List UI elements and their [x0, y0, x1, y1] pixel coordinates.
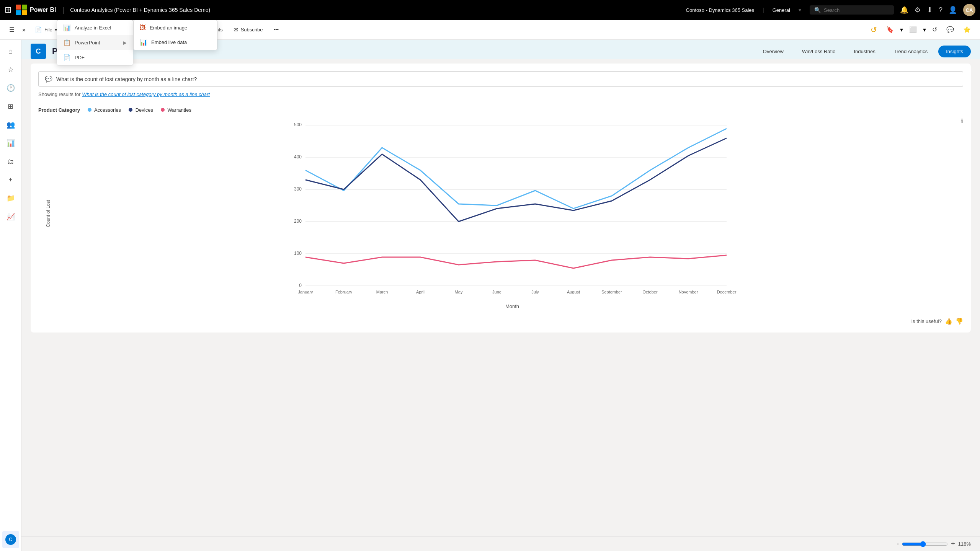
settings-icon[interactable]: ⚙: [915, 6, 921, 14]
view-chevron[interactable]: ▾: [923, 26, 926, 33]
legend-title: Product Category: [38, 107, 80, 113]
ppt-arrow: ▶: [123, 40, 127, 46]
report-tabs: Overview Win/Loss Ratio Industries Trend…: [755, 46, 971, 57]
svg-text:February: February: [335, 290, 353, 294]
thumbs-up-button[interactable]: 👍: [945, 318, 952, 325]
sidebar-item-learn[interactable]: 📊: [2, 135, 19, 152]
svg-text:100: 100: [294, 251, 302, 256]
embed-live-icon: 📊: [140, 39, 147, 46]
svg-text:December: December: [717, 290, 737, 294]
refresh-icon-btn2[interactable]: ↺: [929, 24, 940, 36]
ppt-icon: 📋: [63, 39, 71, 46]
pipeline-logo-area: C: [31, 44, 46, 59]
chart-svg: 0 100 200 300 400 500 January February M…: [61, 117, 963, 301]
workspace-name: General: [773, 7, 790, 13]
warranties-dot: [161, 108, 165, 112]
bookmark-chevron[interactable]: ▾: [900, 26, 903, 33]
download-icon[interactable]: ⬇: [927, 6, 933, 14]
qa-result-link[interactable]: What is the count of lost category by mo…: [82, 91, 210, 97]
tab-industries[interactable]: Industries: [846, 46, 883, 57]
zoom-level: 118%: [958, 541, 971, 547]
sidebar-item-shared[interactable]: 👥: [2, 116, 19, 133]
svg-text:January: January: [298, 290, 313, 294]
hamburger-button[interactable]: ☰: [6, 24, 18, 36]
sidebar-item-current[interactable]: C: [2, 531, 19, 548]
doc-name: Contoso Analytics (Power BI + Dynamics 3…: [70, 7, 210, 13]
refresh-icon-btn[interactable]: ↺: [867, 23, 880, 37]
tab-insights[interactable]: Insights: [938, 46, 971, 57]
main: C PIPELINE Overview Win/Loss Ratio Indus…: [21, 40, 980, 551]
svg-rect-3: [22, 10, 27, 15]
devices-dot: [129, 108, 132, 112]
clock-icon: 🕐: [7, 84, 15, 92]
sidebar-item-monitor[interactable]: 📈: [2, 208, 19, 225]
svg-text:September: September: [601, 290, 622, 294]
sidebar-item-data[interactable]: 📁: [2, 190, 19, 207]
export-dropdown: 📊 Analyze in Excel 📋 PowerPoint ▶ 📄 PDF: [57, 20, 133, 65]
feedback-label: Is this useful?: [911, 318, 942, 324]
excel-icon: 📊: [63, 24, 71, 31]
layout: ⌂ ☆ 🕐 ⊞ 👥 📊 🗂 + 📁 📈 C C PIPELINE Overvie…: [0, 40, 980, 551]
account-icon[interactable]: 👤: [949, 6, 957, 14]
tab-winloss[interactable]: Win/Loss Ratio: [794, 46, 843, 57]
export-powerpoint[interactable]: 📋 PowerPoint ▶: [57, 35, 133, 50]
svg-text:June: June: [492, 290, 501, 294]
search-box[interactable]: 🔍: [810, 5, 894, 15]
logo: Power BI: [16, 5, 56, 15]
people-icon: 👥: [7, 121, 15, 129]
chart-icon: 📊: [7, 139, 15, 147]
warranties-line: [305, 255, 727, 268]
favorite-icon-btn[interactable]: ⭐: [960, 24, 974, 36]
view-icon-btn[interactable]: ⬜: [906, 24, 920, 36]
sidebar: ⌂ ☆ 🕐 ⊞ 👥 📊 🗂 + 📁 📈 C: [0, 40, 21, 551]
ppt-embed-image[interactable]: 🖼 Embed an image: [134, 20, 217, 35]
export-analyze-excel[interactable]: 📊 Analyze in Excel: [57, 20, 133, 35]
tab-trend[interactable]: Trend Analytics: [886, 46, 935, 57]
svg-rect-2: [16, 10, 21, 15]
org-name: Contoso - Dynamics 365 Sales: [686, 7, 754, 13]
sidebar-item-home[interactable]: ⌂: [2, 43, 19, 60]
topbar-right: Contoso - Dynamics 365 Sales | General ▾…: [686, 4, 975, 16]
home-icon: ⌂: [8, 47, 13, 55]
zoom-minus-button[interactable]: -: [897, 540, 899, 548]
sidebar-item-workspaces[interactable]: 🗂: [2, 153, 19, 170]
qa-input-row[interactable]: 💬 What is the count of lost category by …: [38, 71, 963, 87]
comment-icon-btn[interactable]: 💬: [943, 24, 957, 36]
devices-line: [305, 138, 727, 222]
qa-input-icon: 💬: [45, 75, 52, 83]
svg-text:200: 200: [294, 218, 302, 224]
sidebar-item-apps[interactable]: ⊞: [2, 98, 19, 115]
more-button[interactable]: •••: [269, 24, 283, 35]
chart-wrapper: Count of Lost 0 100: [38, 117, 963, 309]
microsoft-logo: [16, 5, 27, 15]
data-icon: 📁: [7, 194, 15, 202]
zoom-slider[interactable]: [902, 541, 948, 547]
search-input[interactable]: [824, 7, 885, 13]
export-pdf[interactable]: 📄 PDF: [57, 50, 133, 65]
zoom-bar: - + 118%: [21, 536, 980, 551]
avatar[interactable]: CA: [963, 4, 975, 16]
waffle-icon[interactable]: ⊞: [5, 5, 11, 15]
notification-icon[interactable]: 🔔: [900, 6, 908, 14]
tab-overview[interactable]: Overview: [755, 46, 791, 57]
sidebar-item-create[interactable]: +: [2, 171, 19, 188]
svg-rect-0: [16, 5, 21, 10]
zoom-plus-button[interactable]: +: [951, 540, 955, 548]
svg-text:March: March: [376, 290, 388, 294]
thumbs-down-button[interactable]: 👎: [956, 318, 963, 325]
bookmark-icon-btn[interactable]: 🔖: [883, 24, 897, 36]
svg-text:August: August: [567, 290, 580, 294]
help-icon[interactable]: ?: [939, 6, 942, 14]
sidebar-item-favorites[interactable]: ☆: [2, 61, 19, 78]
feedback-row: Is this useful? 👍 👎: [38, 318, 963, 325]
chart-info-icon[interactable]: ℹ: [961, 117, 963, 125]
ppt-embed-live[interactable]: 📊 Embed live data: [134, 35, 217, 50]
subscribe-button[interactable]: ✉ Subscribe: [229, 24, 268, 36]
qa-question: What is the count of lost category by mo…: [56, 76, 957, 82]
svg-text:400: 400: [294, 154, 302, 160]
sidebar-item-recent[interactable]: 🕐: [2, 80, 19, 96]
svg-text:July: July: [531, 290, 539, 294]
collapse-button[interactable]: »: [19, 24, 29, 36]
plus-icon: +: [8, 176, 13, 184]
subscribe-icon: ✉: [234, 26, 238, 33]
